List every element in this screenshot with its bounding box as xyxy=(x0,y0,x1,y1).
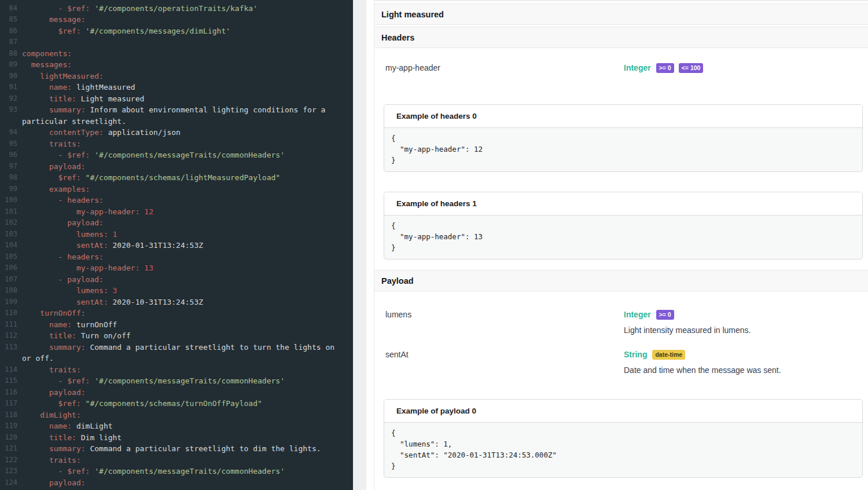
line-number: 113 xyxy=(0,342,17,353)
line-number: 105 xyxy=(0,251,17,263)
line-number: 121 xyxy=(0,443,17,455)
line-number: 117 xyxy=(0,398,17,409)
payload-section-bar[interactable]: Payload xyxy=(374,270,868,291)
code-line[interactable]: 118 dimLight: xyxy=(0,409,353,421)
previous-section-edge xyxy=(374,0,868,1)
format-badge: date-time xyxy=(652,350,685,360)
line-number: 108 xyxy=(0,285,17,297)
line-number: 106 xyxy=(0,262,17,274)
message-title-bar: Light measured xyxy=(374,3,868,25)
code-line[interactable]: 101 my-app-header: 12 xyxy=(0,206,353,218)
line-number: 100 xyxy=(0,195,17,206)
code-line[interactable]: 109 sentAt: 2020-10-31T13:24:53Z xyxy=(0,297,353,308)
code-line[interactable]: 106 my-app-header: 13 xyxy=(0,262,353,274)
asyncapi-studio: 83 traits:84 - $ref: '#/components/opera… xyxy=(0,0,868,490)
code-line[interactable]: 116 payload: xyxy=(0,387,353,398)
property-row-my-app-header: my-app-header Integer >= 0 <= 100 xyxy=(374,62,868,74)
headers-example-0: Example of headers 0 { "my-app-header": … xyxy=(384,104,863,172)
line-number: 112 xyxy=(0,330,17,342)
property-row-sentAt: sentAt String date-time Date and time wh… xyxy=(374,349,868,376)
line-number: 102 xyxy=(0,217,17,229)
code-line[interactable]: 86 $ref: '#/components/messages/dimLight… xyxy=(0,25,353,37)
code-line[interactable]: 94 contentType: application/json xyxy=(0,127,353,138)
code-line[interactable]: 100 - headers: xyxy=(0,195,353,206)
line-number: 110 xyxy=(0,308,17,319)
line-number: 96 xyxy=(0,149,17,161)
code-line[interactable]: 124 payload: xyxy=(0,477,353,489)
code-line[interactable]: 110 turnOnOff: xyxy=(0,308,353,319)
example-title: Example of payload 0 xyxy=(396,407,476,415)
line-number: 111 xyxy=(0,319,17,331)
code-line[interactable]: 123 - $ref: '#/components/messageTraits/… xyxy=(0,466,353,477)
property-description: Date and time when the message was sent. xyxy=(624,365,868,376)
code-line[interactable]: 84 - $ref: '#/components/operationTraits… xyxy=(0,3,353,14)
example-title: Example of headers 0 xyxy=(396,112,477,120)
code-line[interactable]: 102 payload: xyxy=(0,217,353,229)
code-line[interactable]: 104 sentAt: 2020-01-31T13:24:53Z xyxy=(0,240,353,251)
docs-panel[interactable]: Light measured Headers my-app-header Int… xyxy=(366,0,868,490)
code-line[interactable]: 122 traits: xyxy=(0,455,353,466)
line-number: 95 xyxy=(0,138,17,150)
code-line[interactable]: 92 title: Light measured xyxy=(0,93,353,105)
code-line[interactable]: 113 summary: Command a particular street… xyxy=(0,342,353,353)
line-number: 85 xyxy=(0,14,17,25)
line-number: 84 xyxy=(0,3,17,14)
example-json: { "my-app-header": 12 } xyxy=(384,128,862,171)
headers-example-1: Example of headers 1 { "my-app-header": … xyxy=(384,192,863,259)
line-number: 94 xyxy=(0,127,17,138)
line-number: 86 xyxy=(0,25,17,37)
constraint-badge: <= 100 xyxy=(679,63,704,73)
code-line[interactable]: 105 - headers: xyxy=(0,251,353,263)
line-number: 97 xyxy=(0,161,17,173)
code-line[interactable]: 89 messages: xyxy=(0,59,353,71)
code-line[interactable]: 87 xyxy=(0,36,353,48)
panel-divider[interactable] xyxy=(353,0,366,490)
code-line[interactable]: 120 title: Dim light xyxy=(0,432,353,444)
code-line[interactable]: 90 lightMeasured: xyxy=(0,71,353,82)
code-line[interactable]: 107 - payload: xyxy=(0,274,353,286)
code-line[interactable]: 112 title: Turn on/off xyxy=(0,330,353,342)
code-line[interactable]: 96 - $ref: '#/components/messageTraits/c… xyxy=(0,149,353,161)
line-number: 88 xyxy=(0,48,17,60)
code-line[interactable]: 99 examples: xyxy=(0,184,353,195)
line-number: 116 xyxy=(0,387,17,398)
code-line[interactable]: 103 lumens: 1 xyxy=(0,229,353,240)
code-line[interactable]: 119 name: dimLight xyxy=(0,420,353,432)
code-line[interactable]: 117 $ref: "#/components/schemas/turnOnOf… xyxy=(0,398,353,409)
code-line[interactable]: 95 traits: xyxy=(0,138,353,150)
line-number: 90 xyxy=(0,71,17,82)
property-name: lumens xyxy=(385,309,624,336)
property-type: Integer xyxy=(624,63,651,72)
code-line[interactable]: 115 - $ref: '#/components/messageTraits/… xyxy=(0,375,353,387)
line-number: 118 xyxy=(0,409,17,421)
code-line[interactable]: 85 message: xyxy=(0,14,353,25)
code-editor[interactable]: 83 traits:84 - $ref: '#/components/opera… xyxy=(0,0,353,490)
docs-content: Light measured Headers my-app-header Int… xyxy=(374,0,868,490)
code-line[interactable]: 93 summary: Inform about environmental l… xyxy=(0,104,353,116)
line-number: 99 xyxy=(0,184,17,195)
code-line[interactable]: 121 summary: Command a particular street… xyxy=(0,443,353,455)
property-type: Integer xyxy=(624,310,651,319)
line-number: 91 xyxy=(0,82,17,93)
code-line[interactable]: 97 payload: xyxy=(0,161,353,173)
line-number: 120 xyxy=(0,432,17,444)
example-title: Example of headers 1 xyxy=(396,199,477,208)
code-line[interactable]: 108 lumens: 3 xyxy=(0,285,353,297)
line-number: 115 xyxy=(0,375,17,387)
code-line[interactable]: 114 traits: xyxy=(0,364,353,376)
code-line[interactable]: 111 name: turnOnOff xyxy=(0,319,353,331)
code-line[interactable]: 91 name: lightMeasured xyxy=(0,82,353,93)
line-number: 124 xyxy=(0,477,17,489)
line-number xyxy=(0,353,17,364)
code-line[interactable]: 98 $ref: "#/components/schemas/lightMeas… xyxy=(0,172,353,184)
line-number: 93 xyxy=(0,104,17,116)
line-number: 119 xyxy=(0,420,17,432)
code-line[interactable]: 88components: xyxy=(0,48,353,60)
line-number: 107 xyxy=(0,274,17,286)
line-number: 103 xyxy=(0,229,17,240)
line-number: 101 xyxy=(0,206,17,218)
code-line[interactable]: particular streetlight. xyxy=(0,116,353,127)
code-line[interactable]: or off. xyxy=(0,353,353,364)
property-type: String xyxy=(624,350,647,359)
headers-section-bar[interactable]: Headers xyxy=(374,27,868,48)
